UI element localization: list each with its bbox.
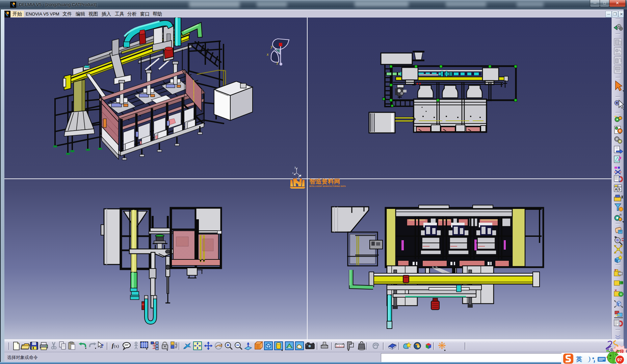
svg-text:x: x [292, 171, 294, 174]
svg-text:y: y [270, 44, 273, 49]
svg-text:(x): (x) [114, 343, 119, 348]
svg-text:x: x [266, 52, 269, 57]
svg-text:智造资料网: 智造资料网 [309, 178, 340, 185]
svg-text:=: = [176, 343, 178, 347]
svg-text:z: z [298, 175, 299, 178]
svg-text:?: ? [101, 343, 104, 349]
svg-text:A: A [615, 188, 617, 191]
svg-text:97: 97 [617, 357, 622, 362]
svg-text:y: y [294, 166, 296, 169]
svg-text:INTELLIGENT MANUFACTURING DATA: INTELLIGENT MANUFACTURING DATA [309, 185, 346, 187]
svg-text:z: z [276, 61, 278, 65]
svg-text:5: 5 [619, 188, 621, 191]
svg-text:n: n [620, 213, 622, 217]
svg-text:英: 英 [576, 356, 582, 363]
